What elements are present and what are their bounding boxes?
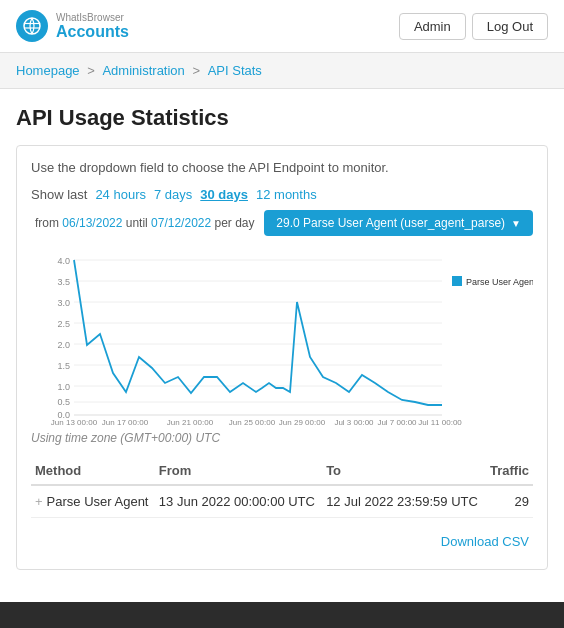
svg-text:1.5: 1.5 <box>57 361 70 371</box>
svg-text:3.0: 3.0 <box>57 298 70 308</box>
date-from[interactable]: 06/13/2022 <box>62 216 122 230</box>
svg-text:2.0: 2.0 <box>57 340 70 350</box>
svg-text:4.0: 4.0 <box>57 256 70 266</box>
logout-button[interactable]: Log Out <box>472 13 548 40</box>
data-table: Method From To Traffic +Parse User Agent… <box>31 457 533 518</box>
endpoint-dropdown[interactable]: 29.0 Parse User Agent (user_agent_parse)… <box>264 210 533 236</box>
breadcrumb-homepage[interactable]: Homepage <box>16 63 80 78</box>
tz-note: Using time zone (GMT+00:00) UTC <box>31 431 533 445</box>
date-range: from 06/13/2022 until 07/12/2022 per day <box>35 216 255 230</box>
download-csv-link[interactable]: Download CSV <box>441 534 529 549</box>
header-actions: Admin Log Out <box>399 13 548 40</box>
time-7d[interactable]: 7 days <box>154 187 192 202</box>
col-to: To <box>322 457 485 485</box>
svg-rect-21 <box>452 276 462 286</box>
row-indicator: + <box>35 494 43 509</box>
time-30d[interactable]: 30 days <box>200 187 248 202</box>
breadcrumb: Homepage > Administration > API Stats <box>0 53 564 89</box>
logo-sub: WhatIsBrowser <box>56 12 129 23</box>
main-content: API Usage Statistics Use the dropdown fi… <box>0 89 564 586</box>
show-last-label: Show last <box>31 187 87 202</box>
svg-text:Parse User Agent: Parse User Agent <box>466 277 533 287</box>
footer: DevelopersAPI DocumentationSample Code (… <box>0 602 564 628</box>
logo: WhatIsBrowser Accounts <box>16 10 129 42</box>
endpoint-label: 29.0 Parse User Agent (user_agent_parse) <box>276 216 505 230</box>
download-csv: Download CSV <box>31 528 533 555</box>
breadcrumb-current[interactable]: API Stats <box>208 63 262 78</box>
svg-point-0 <box>24 18 40 34</box>
table-row: +Parse User Agent 13 Jun 2022 00:00:00 U… <box>31 485 533 518</box>
dropdown-caret-icon: ▼ <box>511 218 521 229</box>
svg-text:Jul 11 00:00: Jul 11 00:00 <box>418 418 462 425</box>
date-until[interactable]: 07/12/2022 <box>151 216 211 230</box>
logo-icon <box>16 10 48 42</box>
controls-row: Show last 24 hours 7 days 30 days 12 mon… <box>31 187 533 236</box>
svg-text:3.5: 3.5 <box>57 277 70 287</box>
logo-text: WhatIsBrowser Accounts <box>56 12 129 41</box>
chart-area: 4.0 3.5 3.0 2.5 2.0 1.5 1.0 0.5 0.0 <box>31 250 533 425</box>
col-method: Method <box>31 457 155 485</box>
time-12m[interactable]: 12 months <box>256 187 317 202</box>
svg-text:Jun 13 00:00: Jun 13 00:00 <box>51 418 98 425</box>
svg-text:1.0: 1.0 <box>57 382 70 392</box>
time-24h[interactable]: 24 hours <box>95 187 146 202</box>
svg-text:Jun 29 00:00: Jun 29 00:00 <box>279 418 326 425</box>
cell-from: 13 Jun 2022 00:00:00 UTC <box>155 485 322 518</box>
breadcrumb-sep1: > <box>87 63 98 78</box>
stats-card: Use the dropdown field to choose the API… <box>16 145 548 570</box>
cell-to: 12 Jul 2022 23:59:59 UTC <box>322 485 485 518</box>
col-traffic: Traffic <box>485 457 533 485</box>
svg-text:Jun 21 00:00: Jun 21 00:00 <box>167 418 214 425</box>
svg-text:Jul 3 00:00: Jul 3 00:00 <box>334 418 374 425</box>
admin-button[interactable]: Admin <box>399 13 466 40</box>
cell-traffic: 29 <box>485 485 533 518</box>
cell-method: +Parse User Agent <box>31 485 155 518</box>
chart-svg: 4.0 3.5 3.0 2.5 2.0 1.5 1.0 0.5 0.0 <box>31 250 533 425</box>
svg-text:0.5: 0.5 <box>57 397 70 407</box>
svg-text:2.5: 2.5 <box>57 319 70 329</box>
breadcrumb-sep2: > <box>192 63 203 78</box>
svg-text:Jun 25 00:00: Jun 25 00:00 <box>229 418 276 425</box>
logo-title: Accounts <box>56 23 129 41</box>
card-hint: Use the dropdown field to choose the API… <box>31 160 533 175</box>
header: WhatIsBrowser Accounts Admin Log Out <box>0 0 564 53</box>
breadcrumb-administration[interactable]: Administration <box>102 63 184 78</box>
page-title: API Usage Statistics <box>16 105 548 131</box>
svg-text:Jun 17 00:00: Jun 17 00:00 <box>102 418 149 425</box>
svg-text:Jul 7 00:00: Jul 7 00:00 <box>377 418 417 425</box>
col-from: From <box>155 457 322 485</box>
